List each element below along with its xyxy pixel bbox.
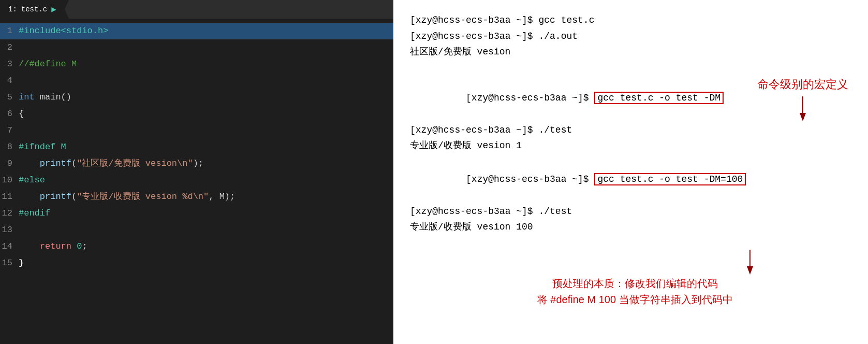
annotation-top-section: [xzy@hcss-ecs-b3aa ~]$ gcc test.c -o tes…	[410, 75, 860, 235]
arrow-down-icon-2	[744, 249, 756, 275]
line-content: #include<stdio.h>	[19, 23, 108, 39]
code-line: 9 printf("社区版/免费版 vesion\n");	[0, 155, 393, 172]
terminal-line-5: 专业版/收费版 vesion 1	[410, 138, 746, 154]
code-line: 4	[0, 73, 393, 89]
tab-test-c[interactable]: 1: test.c ▶	[0, 0, 65, 19]
right-panel: [xzy@hcss-ecs-b3aa ~]$ gcc test.c [xzy@h…	[393, 0, 868, 344]
line-number: 6	[0, 106, 19, 122]
line-content: printf("专业版/收费版 vesion %d\n", M);	[19, 189, 235, 205]
line-content: int main()	[19, 89, 71, 106]
annotation-label-bottom-2: 将 #define M 100 当做字符串插入到代码中	[537, 293, 733, 307]
terminal-line-cmd2: [xzy@hcss-ecs-b3aa ~]$ gcc test.c -o tes…	[410, 156, 746, 204]
line-content	[19, 39, 24, 56]
line-content: {	[19, 106, 24, 122]
line-content: }	[19, 255, 24, 271]
tab-bar: 1: test.c ▶	[0, 0, 393, 19]
line-number: 15	[0, 255, 19, 271]
tab-filename: test.c	[21, 5, 47, 13]
line-number: 4	[0, 73, 19, 89]
line-content: #else	[19, 172, 45, 189]
code-line: 12#endif	[0, 205, 393, 222]
code-line: 10#else	[0, 172, 393, 189]
tab-number: 1:	[8, 5, 17, 13]
line-number: 3	[0, 56, 19, 73]
line-content: #endif	[19, 205, 50, 222]
line-number: 14	[0, 238, 19, 255]
annotation-label-bottom-1: 预处理的本质：修改我们编辑的代码	[552, 277, 718, 291]
line-content: printf("社区版/免费版 vesion\n");	[19, 155, 203, 172]
line-number: 7	[0, 122, 19, 139]
line-number: 5	[0, 89, 19, 106]
boxed-command-2: gcc test.c -o test -DM=100	[594, 173, 746, 185]
terminal-prompt-2: [xzy@hcss-ecs-b3aa ~]$	[466, 174, 594, 184]
terminal-prompt-1: [xzy@hcss-ecs-b3aa ~]$	[466, 93, 594, 103]
code-line: 13	[0, 222, 393, 238]
line-number: 13	[0, 222, 19, 238]
code-line: 8#ifndef M	[0, 139, 393, 155]
terminal-line-cmd1: [xzy@hcss-ecs-b3aa ~]$ gcc test.c -o tes…	[410, 75, 746, 122]
code-line: 14 return 0;	[0, 238, 393, 255]
line-number: 2	[0, 39, 19, 56]
boxed-command-1: gcc test.c -o test -DM	[594, 92, 724, 104]
terminal-block-1: [xzy@hcss-ecs-b3aa ~]$ gcc test.c [xzy@h…	[410, 12, 860, 60]
terminal-line-4: [xzy@hcss-ecs-b3aa ~]$ ./test	[410, 122, 746, 138]
svg-marker-1	[800, 113, 806, 121]
code-line: 6{	[0, 106, 393, 122]
line-content: #ifndef M	[19, 139, 66, 155]
code-line: 15}	[0, 255, 393, 271]
terminal-line-7: 专业版/收费版 vesion 100	[410, 219, 746, 235]
tab-arrow-icon: ▶	[51, 4, 56, 15]
terminal-line-6: [xzy@hcss-ecs-b3aa ~]$ ./test	[410, 204, 746, 220]
line-number: 8	[0, 139, 19, 155]
arrow-down-icon	[797, 95, 809, 121]
code-line: 1#include<stdio.h>	[0, 23, 393, 39]
terminal-line-1: [xzy@hcss-ecs-b3aa ~]$ gcc test.c	[410, 12, 860, 28]
line-content	[19, 122, 24, 139]
code-line: 11 printf("专业版/收费版 vesion %d\n", M);	[0, 189, 393, 205]
line-content	[19, 222, 24, 238]
code-line: 5int main()	[0, 89, 393, 106]
terminal-line-2: [xzy@hcss-ecs-b3aa ~]$ ./a.out	[410, 28, 860, 45]
code-body: 1#include<stdio.h>2 3//#define M4 5int m…	[0, 19, 393, 344]
code-line: 7	[0, 122, 393, 139]
line-number: 11	[0, 189, 19, 205]
code-line: 3//#define M	[0, 56, 393, 73]
line-content: return 0;	[19, 238, 87, 255]
code-line: 2	[0, 39, 393, 56]
line-content	[19, 73, 24, 89]
terminal-line-3: 社区版/免费版 vesion	[410, 44, 860, 60]
svg-marker-3	[747, 266, 753, 275]
line-number: 10	[0, 172, 19, 189]
line-content: //#define M	[19, 56, 77, 73]
line-number: 12	[0, 205, 19, 222]
annotation-label-top: 命令级别的宏定义	[757, 77, 848, 92]
line-number: 1	[0, 23, 19, 39]
code-editor: 1: test.c ▶ 1#include<stdio.h>2 3//#defi…	[0, 0, 393, 344]
line-number: 9	[0, 155, 19, 172]
